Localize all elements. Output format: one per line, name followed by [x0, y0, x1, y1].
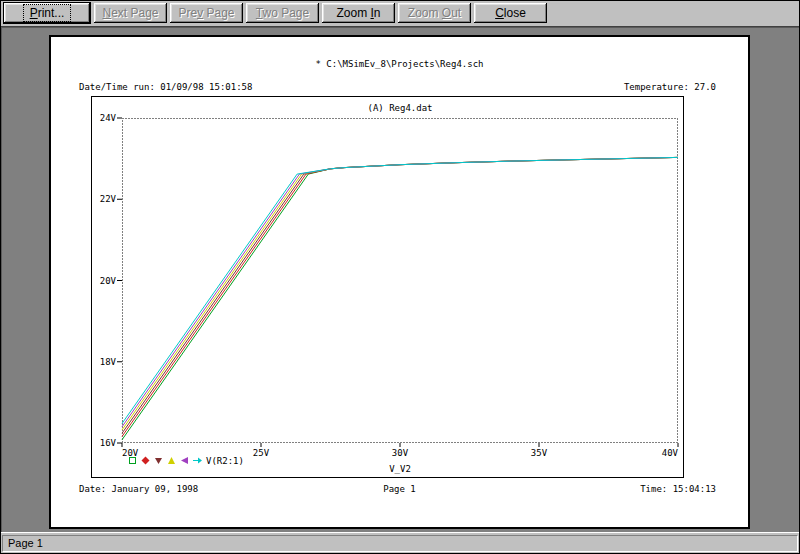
- chart-frame: (A) Reg4.dat 24V22V20V18V16V 20V25V30V35…: [91, 96, 684, 478]
- legend-markers: [128, 456, 202, 465]
- x-axis-tick-label: 35V: [531, 448, 547, 458]
- next-page-button[interactable]: Next Page: [94, 3, 167, 23]
- footer-time-label: Time: 15:04:13: [640, 484, 716, 494]
- x-axis-tick-label: 40V: [662, 448, 678, 458]
- plot-border: [123, 119, 678, 443]
- status-page-indicator: Page 1: [2, 535, 798, 552]
- plot-area: [122, 118, 678, 443]
- legend-marker-square: [128, 456, 137, 465]
- two-page-button-label: Two Page: [250, 5, 315, 21]
- two-page-button[interactable]: Two Page: [246, 3, 319, 23]
- x-axis-tick-label: 25V: [253, 448, 269, 458]
- zoom-out-button[interactable]: Zoom Out: [398, 3, 471, 23]
- legend-marker-triangle-left: [180, 456, 189, 465]
- trace-legend: V(R2:1): [128, 455, 244, 466]
- close-button[interactable]: Close: [474, 3, 547, 23]
- preview-page[interactable]: * C:\MSimEv_8\Projects\Reg4.sch Date/Tim…: [49, 35, 750, 529]
- legend-label: V(R2:1): [206, 456, 244, 466]
- trace-line: [122, 157, 678, 430]
- plot-title: (A) Reg4.dat: [122, 103, 678, 113]
- y-axis-labels: 24V22V20V18V16V: [92, 97, 119, 477]
- legend-marker-diamond: [141, 456, 150, 465]
- trace-line: [122, 157, 678, 423]
- x-axis-title: V_V2: [389, 464, 411, 474]
- x-axis-tick-label: 30V: [392, 448, 408, 458]
- prev-page-button[interactable]: Prev Page: [170, 3, 243, 23]
- trace-line: [122, 157, 678, 439]
- y-axis-tick-label: 20V: [100, 276, 116, 286]
- trace-line: [122, 157, 678, 426]
- print-preview-window: { "toolbar": { "buttons": [ {"label": "&…: [0, 0, 800, 554]
- date-time-run-label: Date/Time run: 01/09/98 15:01:58: [79, 82, 252, 92]
- prev-page-button-label: Prev Page: [172, 5, 240, 21]
- trace-line: [122, 157, 678, 433]
- next-page-button-label: Next Page: [96, 5, 164, 21]
- zoom-in-button[interactable]: Zoom In: [322, 3, 395, 23]
- status-bar: Page 1: [1, 532, 799, 553]
- legend-marker-triangle-up: [167, 456, 176, 465]
- y-axis-tick-label: 18V: [100, 357, 116, 367]
- traces-canvas: [122, 118, 678, 443]
- legend-marker-arrow-right: [193, 456, 202, 465]
- footer-date-label: Date: January 09, 1998: [79, 484, 198, 494]
- print-button-label: Print...: [24, 5, 71, 21]
- y-axis-tick-label: 16V: [100, 438, 116, 448]
- legend-marker-triangle-down: [154, 456, 163, 465]
- preview-area: * C:\MSimEv_8\Projects\Reg4.sch Date/Tim…: [1, 26, 799, 533]
- trace-line: [122, 157, 678, 436]
- y-axis-tick-label: 24V: [100, 113, 116, 123]
- temperature-label: Temperature: 27.0: [624, 82, 716, 92]
- footer-page-label: Page 1: [383, 484, 416, 494]
- zoom-out-button-label: Zoom Out: [402, 5, 467, 21]
- y-axis-tick-label: 22V: [100, 194, 116, 204]
- toolbar: Print... Next Page Prev Page Two Page Zo…: [1, 1, 799, 26]
- schematic-path-title: * C:\MSimEv_8\Projects\Reg4.sch: [51, 59, 748, 69]
- print-button[interactable]: Print...: [4, 3, 90, 23]
- zoom-in-button-label: Zoom In: [330, 5, 386, 21]
- close-button-label: Close: [489, 5, 532, 21]
